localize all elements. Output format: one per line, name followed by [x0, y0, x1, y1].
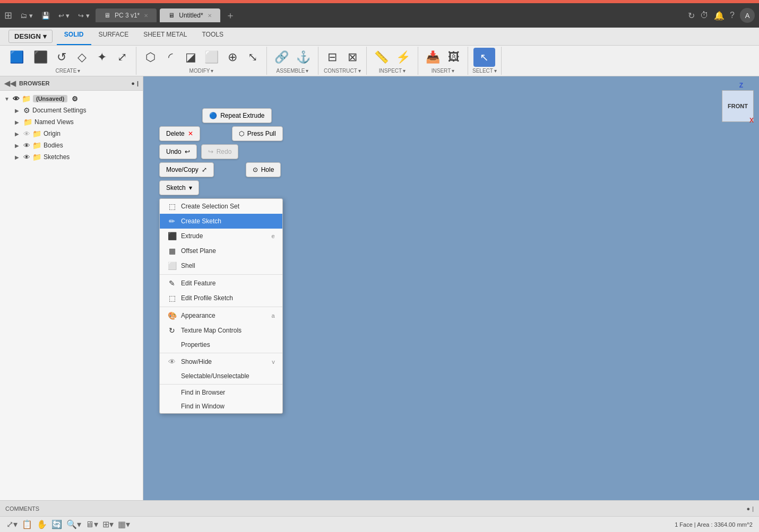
tree-root-settings-icon[interactable]: ⚙ — [72, 95, 78, 103]
ctx-item-texture-map[interactable]: ↻ Texture Map Controls — [160, 323, 282, 338]
bell-icon[interactable]: 🔔 — [714, 11, 724, 21]
move-icon-status[interactable]: ⤢▾ — [6, 519, 18, 529]
copy-icon-status[interactable]: 📋 — [22, 519, 32, 529]
redo-btn[interactable]: ↪ ▾ — [75, 11, 92, 21]
insert-section-label[interactable]: INSERT ▾ — [432, 68, 455, 74]
tree-bodies-eye-icon[interactable]: 👁 — [23, 142, 30, 150]
tab-untitled[interactable]: 🖥 Untitled* ✕ — [160, 8, 220, 22]
tree-item-docsettings[interactable]: ▶ ⚙ Document Settings — [0, 104, 143, 116]
create-new-body-btn[interactable]: 🟦 — [4, 49, 29, 65]
tree-root-eye-icon[interactable]: 👁 — [13, 95, 20, 103]
undo-btn[interactable]: ↩ ▾ — [56, 11, 73, 21]
browser-tree: ▼ 👁 📁 (Unsaved) ⚙ ▶ ⚙ Document Settings … — [0, 91, 143, 500]
zoom-window-icon[interactable]: 🔍▾ — [66, 519, 81, 529]
modify-section-label[interactable]: MODIFY ▾ — [189, 68, 214, 74]
tree-sketches-eye-icon[interactable]: 👁 — [23, 153, 30, 161]
modify-fillet-btn[interactable]: ◜ — [161, 49, 180, 65]
modify-shell-btn[interactable]: ⬜ — [201, 49, 222, 65]
assemble-ground-btn[interactable]: ⚓ — [293, 49, 314, 65]
display-options-icon[interactable]: ▦▾ — [118, 519, 130, 529]
tab-tools[interactable]: TOOLS — [194, 28, 230, 45]
insert-decal-btn[interactable]: 🖼 — [444, 49, 463, 65]
delete-label: Delete — [166, 130, 185, 137]
undo-context-btn[interactable]: Undo ↩ — [159, 144, 197, 159]
tab-pc3[interactable]: 🖥 PC 3 v1* ✕ — [96, 8, 157, 22]
view-cube[interactable]: Z FRONT X — [717, 82, 754, 124]
design-dropdown-btn[interactable]: DESIGN ▾ — [8, 30, 53, 43]
tree-item-origin[interactable]: ▶ 👁 📁 Origin — [0, 128, 143, 139]
clock-icon[interactable]: ⏱ — [700, 11, 709, 20]
redo-context-btn[interactable]: ↪ Redo — [201, 144, 239, 159]
modify-combine-btn[interactable]: ⊕ — [223, 49, 242, 65]
tree-item-sketches[interactable]: ▶ 👁 📁 Sketches — [0, 151, 143, 163]
grid-icon[interactable]: ⊞ — [4, 10, 12, 21]
ctx-item-appearance[interactable]: 🎨 Appearance a — [160, 308, 282, 323]
inspect-interference-btn[interactable]: ⚡ — [393, 49, 413, 65]
modify-scale-btn[interactable]: ⤡ — [243, 49, 262, 65]
modify-chamfer-btn[interactable]: ◪ — [181, 49, 200, 65]
tree-item-bodies[interactable]: ▶ 👁 📁 Bodies — [0, 139, 143, 151]
pan-icon-status[interactable]: ✋ — [37, 519, 47, 529]
modify-presspull-btn[interactable]: ⬡ — [141, 49, 160, 65]
ctx-item-offset-plane[interactable]: ▦ Offset Plane — [160, 243, 282, 258]
hole-btn[interactable]: ⊙ Hole — [246, 162, 281, 177]
help-icon[interactable]: ? — [730, 11, 735, 20]
display-mode-icon[interactable]: 🖥▾ — [85, 519, 98, 529]
refresh-icon[interactable]: ↻ — [688, 11, 695, 21]
ctx-item-create-selection-set[interactable]: ⬚ Create Selection Set — [160, 199, 282, 214]
comments-add-btn[interactable]: ● — [746, 505, 750, 512]
inspect-section-label[interactable]: INSPECT ▾ — [379, 68, 406, 74]
comments-collapse-btn[interactable]: | — [752, 505, 754, 512]
move-copy-btn[interactable]: Move/Copy ⤢ — [159, 162, 214, 177]
insert-mesh-btn[interactable]: 📥 — [422, 49, 443, 65]
ctx-item-show-hide[interactable]: 👁 Show/Hide v — [160, 354, 282, 369]
ctx-item-create-sketch[interactable]: ✏ Create Sketch — [160, 214, 282, 229]
browser-settings-icon[interactable]: ● — [131, 80, 135, 86]
orbit-icon-status[interactable]: 🔄 — [51, 519, 62, 529]
sketch-dropdown-btn[interactable]: Sketch ▾ — [159, 180, 199, 195]
select-btn[interactable]: ↖ — [473, 48, 495, 67]
ctx-item-edit-feature[interactable]: ✎ Edit Feature — [160, 276, 282, 291]
tree-item-root[interactable]: ▼ 👁 📁 (Unsaved) ⚙ — [0, 93, 143, 104]
select-section-label[interactable]: SELECT ▾ — [472, 68, 497, 74]
create-extrude-btn[interactable]: ⬛ — [30, 49, 51, 65]
ctx-item-find-browser[interactable]: Find in Browser — [160, 386, 282, 399]
tab-solid[interactable]: SOLID — [57, 28, 91, 45]
create-move-btn[interactable]: ⤢ — [113, 49, 132, 65]
tab-surface[interactable]: SURFACE — [91, 28, 136, 45]
tab-untitled-close[interactable]: ✕ — [208, 13, 212, 19]
create-loft-btn[interactable]: ◇ — [72, 49, 91, 65]
press-pull-btn[interactable]: ⬡ Press Pull — [232, 126, 283, 141]
inspect-measure-btn[interactable]: 📏 — [371, 49, 392, 65]
assemble-section-label[interactable]: ASSEMBLE ▾ — [277, 68, 309, 74]
ctx-item-find-window[interactable]: Find in Window — [160, 399, 282, 413]
create-section-label[interactable]: CREATE ▾ — [56, 68, 81, 74]
viewport[interactable]: Z FRONT X 🔵 Repeat Extrude Delete ✕ ⬡ — [143, 76, 759, 500]
tab-pc3-close[interactable]: ✕ — [144, 13, 148, 19]
ctx-item-selectable[interactable]: Selectable/Unselectable — [160, 369, 282, 383]
collapse-icon[interactable]: ◀◀ — [4, 79, 16, 88]
joint-icon: 🔗 — [274, 51, 289, 63]
create-more-btn[interactable]: ✦ — [92, 49, 111, 65]
design-dropdown-arrow: ▾ — [43, 32, 47, 40]
grid-status-icon[interactable]: ⊞▾ — [102, 519, 114, 529]
delete-btn[interactable]: Delete ✕ — [159, 126, 200, 141]
construct-section-label[interactable]: CONSTRUCT ▾ — [324, 68, 361, 74]
browser-collapse-icon[interactable]: | — [137, 80, 139, 86]
tab-sheetmetal[interactable]: SHEET METAL — [136, 28, 194, 45]
ctx-item-extrude[interactable]: ⬛ Extrude e — [160, 229, 282, 243]
construct-offset-btn[interactable]: ⊟ — [323, 49, 342, 65]
construct-midplane-btn[interactable]: ⊠ — [343, 49, 362, 65]
avatar[interactable]: A — [740, 8, 755, 23]
create-revolve-btn[interactable]: ↺ — [52, 49, 71, 65]
ctx-item-shell[interactable]: ⬜ Shell — [160, 258, 282, 273]
ctx-item-edit-profile-sketch[interactable]: ⬚ Edit Profile Sketch — [160, 291, 282, 306]
repeat-extrude-btn[interactable]: 🔵 Repeat Extrude — [202, 108, 271, 123]
tree-origin-eye-icon[interactable]: 👁 — [23, 130, 30, 138]
ctx-item-properties[interactable]: Properties — [160, 338, 282, 352]
file-menu-btn[interactable]: 🗂 ▾ — [18, 11, 36, 21]
save-btn[interactable]: 💾 — [39, 11, 53, 21]
tree-item-namedviews[interactable]: ▶ 📁 Named Views — [0, 116, 143, 128]
tab-add-btn[interactable]: ＋ — [226, 9, 235, 22]
assemble-joint-btn[interactable]: 🔗 — [271, 49, 292, 65]
